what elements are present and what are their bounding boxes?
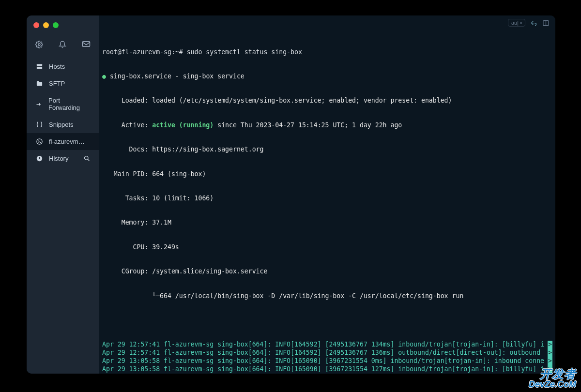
app-window: Hosts SFTP Port Forwarding Snippets <box>27 15 555 374</box>
docs-label: Docs: <box>102 146 152 153</box>
sidebar-item-label: History <box>49 155 68 162</box>
active-state: active (running) <box>152 121 214 129</box>
sidebar-item-history[interactable]: History <box>27 150 99 167</box>
memory-label: Memory: <box>102 219 152 226</box>
svg-rect-2 <box>36 64 42 66</box>
gear-icon[interactable] <box>35 41 43 48</box>
sidebar: Hosts SFTP Port Forwarding Snippets <box>27 15 99 374</box>
server-icon <box>35 63 43 70</box>
cpu-label: CPU: <box>102 243 152 251</box>
status-pill[interactable]: au| • <box>508 19 525 27</box>
sidebar-item-label: Snippets <box>49 121 74 128</box>
sidebar-item-port-forwarding[interactable]: Port Forwarding <box>27 92 99 116</box>
terminal-icon <box>35 138 43 145</box>
overflow-arrow-icon: > <box>548 349 552 357</box>
terminal[interactable]: root@fl-azurevm-sg:~# sudo systemctl sta… <box>99 30 555 374</box>
log-line: Apr 29 13:05:58 fl-azurevm-sg sing-box[6… <box>102 365 552 374</box>
clock-icon <box>35 155 43 162</box>
sidebar-item-sftp[interactable]: SFTP <box>27 75 99 92</box>
service-name: sing-box.service - sing-box service <box>110 73 245 80</box>
search-icon[interactable] <box>83 155 91 162</box>
mainpid-value: 664 (sing-box) <box>152 170 206 178</box>
maximize-window-button[interactable] <box>53 22 59 28</box>
svg-point-0 <box>38 44 40 45</box>
log-lines: Apr 29 12:57:41 fl-azurevm-sg sing-box[6… <box>102 341 552 374</box>
svg-rect-1 <box>83 42 90 47</box>
loaded-label: Loaded: <box>102 97 152 104</box>
split-icon[interactable] <box>542 19 550 27</box>
sidebar-item-label: SFTP <box>49 80 65 87</box>
mainpid-label: Main PID: <box>102 170 152 178</box>
sidebar-top-icons <box>27 33 99 56</box>
watermark-cn: 开发者 <box>529 368 576 380</box>
cgroup-child: └─664 /usr/local/bin/sing-box -D /var/li… <box>102 292 463 300</box>
log-line: Apr 29 13:05:58 fl-azurevm-sg sing-box[6… <box>102 373 552 374</box>
active-label: Active: <box>102 121 152 129</box>
folder-icon <box>35 80 43 87</box>
overflow-arrow-icon: > <box>548 341 552 349</box>
tasks-value: 10 (limit: 1066) <box>152 195 214 202</box>
braces-icon <box>35 121 43 128</box>
bell-icon[interactable] <box>59 41 66 48</box>
titlebar: au| • <box>99 15 555 30</box>
window-controls <box>27 15 99 33</box>
svg-point-6 <box>85 156 89 160</box>
watermark-en: DevZe.CoM <box>529 380 576 389</box>
sidebar-item-hosts[interactable]: Hosts <box>27 58 99 75</box>
sidebar-item-label: fl-azurevm… <box>49 138 85 145</box>
forward-icon <box>35 101 43 108</box>
loaded-value: loaded (/etc/systemd/system/sing-box.ser… <box>152 97 452 104</box>
nav-list: Hosts SFTP Port Forwarding Snippets <box>27 58 99 167</box>
overflow-arrow-icon: > <box>548 357 552 365</box>
svg-line-7 <box>88 159 89 161</box>
sidebar-item-label: Port Forwarding <box>48 97 91 111</box>
watermark: 开发者 DevZe.CoM <box>529 368 576 389</box>
status-bullet: ● <box>102 73 110 80</box>
main-panel: au| • root@fl-azurevm-sg:~# sudo systemc… <box>99 15 555 374</box>
inbox-icon[interactable] <box>82 41 91 48</box>
cgroup-label: CGroup: <box>102 268 152 275</box>
sidebar-item-snippets[interactable]: Snippets <box>27 116 99 133</box>
active-rest: since Thu 2023-04-27 15:14:25 UTC; 1 day… <box>214 121 402 129</box>
sidebar-item-label: Hosts <box>49 63 65 70</box>
memory-value: 37.1M <box>152 219 171 226</box>
log-line: Apr 29 12:57:41 fl-azurevm-sg sing-box[6… <box>102 349 552 357</box>
cpu-value: 39.249s <box>152 243 179 251</box>
close-window-button[interactable] <box>33 22 39 28</box>
svg-rect-3 <box>36 67 42 69</box>
sidebar-item-active-host[interactable]: fl-azurevm… <box>27 133 99 150</box>
docs-value: https://sing-box.sagernet.org <box>152 146 263 153</box>
tasks-label: Tasks: <box>102 195 152 202</box>
minimize-window-button[interactable] <box>43 22 49 28</box>
prompt: root@fl-azurevm-sg:~# <box>102 48 187 56</box>
command: sudo systemctl status sing-box <box>187 48 302 56</box>
cgroup-value: /system.slice/sing-box.service <box>152 268 267 275</box>
share-icon[interactable] <box>530 19 537 27</box>
log-line: Apr 29 13:05:58 fl-azurevm-sg sing-box[6… <box>102 357 552 365</box>
log-line: Apr 29 12:57:41 fl-azurevm-sg sing-box[6… <box>102 341 552 349</box>
